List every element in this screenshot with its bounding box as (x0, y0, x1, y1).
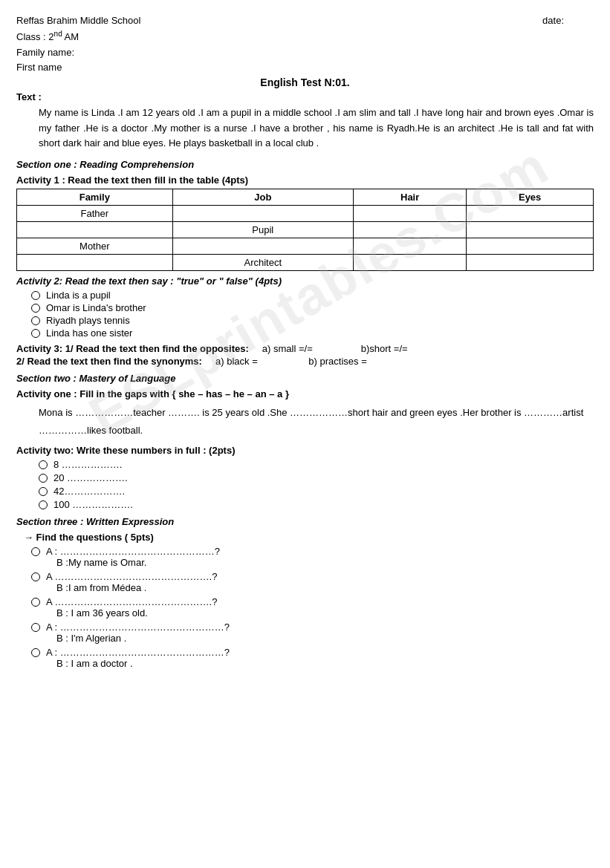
list-item: Omar is Linda's brother (31, 302, 594, 313)
date-label: date: (542, 13, 564, 28)
section-two-title: Section two : Mastery of Language (16, 373, 594, 384)
test-title: English Test N:01. (16, 76, 594, 88)
list-item: 42………………. (39, 486, 594, 497)
table-row: Pupil (17, 222, 594, 238)
question-a: A ………………………………………….? (46, 596, 217, 607)
col-eyes: Eyes (467, 189, 594, 206)
text-body: My name is Linda .I am 12 years old .I a… (39, 105, 594, 151)
qa-list: A : …………………………………………? B :My name is Omar… (31, 546, 594, 669)
bullet-icon (31, 329, 40, 338)
bullet-icon (31, 648, 40, 657)
activity1-title: Activity 1 : Read the text then fill in … (16, 174, 594, 186)
activity1-table: Family Job Hair Eyes Father Pupil Mother… (16, 189, 594, 271)
list-item: A ………………………………………….? B : I am 36 years o… (31, 596, 594, 619)
section-three-title: Section three : Written Expression (16, 516, 594, 527)
answer-b: B :I am from Médea . (56, 582, 217, 593)
list-item: A : ……………………………………………? B : I am a doctor… (31, 647, 594, 669)
numbers-list: 8 ………………. 20 ………………. 42………………. 100 ……………… (39, 459, 594, 510)
bullet-icon (39, 460, 48, 469)
bullet-icon (31, 598, 40, 607)
list-item: Linda is a pupil (31, 290, 594, 301)
list-item: Linda has one sister (31, 327, 594, 339)
bullet-icon (39, 474, 48, 483)
list-item: 20 ………………. (39, 472, 594, 483)
find-questions-label: → Find the questions ( 5pts) (24, 532, 594, 543)
bullet-icon (31, 572, 40, 581)
list-item: 8 ………………. (39, 459, 594, 470)
fill-text: Mona is ………………teacher ………. is 25 years o… (39, 404, 594, 439)
activity3-line1: Activity 3: 1/ Read the text then find t… (16, 343, 594, 354)
class-line: Class : 2nd AM (16, 28, 140, 45)
header-left: Reffas Brahim Middle School Class : 2nd … (16, 13, 140, 75)
bullet-icon (31, 547, 40, 556)
header-right: date: (542, 13, 594, 75)
activity2-list: Linda is a pupil Omar is Linda's brother… (31, 290, 594, 339)
section-one-title: Section one : Reading Comprehension (16, 159, 594, 170)
answer-b: B : I'm Algerian . (56, 633, 230, 644)
text-label: Text : (16, 91, 594, 102)
answer-b: B :My name is Omar. (56, 557, 220, 568)
list-item: 100 ………………. (39, 499, 594, 510)
bullet-icon (31, 623, 40, 632)
table-row: Father (17, 206, 594, 222)
activity2-title: Activity 2: Read the text then say : "tr… (16, 275, 594, 287)
answer-b: B : I am a doctor . (56, 658, 230, 669)
question-a: A : ……………………………………………? (46, 647, 230, 658)
activity-two-title: Activity two: Write these numbers in ful… (16, 445, 594, 456)
school-name: Reffas Brahim Middle School (16, 13, 140, 28)
table-row: Architect (17, 255, 594, 271)
list-item: A : ……………………………………………? B : I'm Algerian … (31, 621, 594, 644)
bullet-icon (31, 304, 40, 313)
col-family: Family (17, 189, 173, 206)
header: Reffas Brahim Middle School Class : 2nd … (16, 13, 594, 75)
first-name-line: First name (16, 60, 140, 75)
list-item: Riyadh plays tennis (31, 315, 594, 326)
list-item: A : …………………………………………? B :My name is Omar… (31, 546, 594, 568)
col-job: Job (172, 189, 353, 206)
question-a: A : …………………………………………? (46, 546, 220, 557)
family-name-line: Family name: (16, 45, 140, 60)
question-a: A : ……………………………………………? (46, 621, 230, 633)
activity-one-title: Activity one : Fill in the gaps with { s… (16, 388, 594, 399)
answer-b: B : I am 36 years old. (56, 607, 217, 619)
activity3-line2: 2/ Read the text then find the synonyms:… (16, 356, 594, 367)
question-a: A ………………………………………….? (46, 571, 217, 582)
bullet-icon (31, 291, 40, 300)
bullet-icon (39, 487, 48, 496)
table-row: Mother (17, 238, 594, 255)
list-item: A ………………………………………….? B :I am from Médea … (31, 571, 594, 593)
col-hair: Hair (353, 189, 466, 206)
bullet-icon (39, 500, 48, 509)
bullet-icon (31, 316, 40, 325)
